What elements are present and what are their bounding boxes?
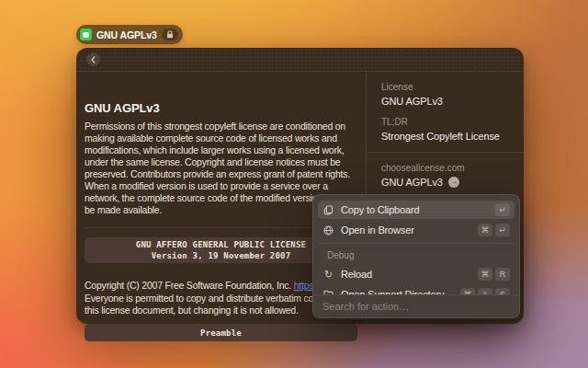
site-link[interactable]: GNU AGPLv3 → (381, 177, 524, 188)
license-heading-line2: Version 3, 19 November 2007 (152, 250, 291, 261)
action-menu-list: Copy to Clipboard ↵ Open in Browser ⌘ ↵ … (313, 195, 519, 304)
action-search-bar (313, 294, 519, 317)
preamble-heading-block: Preamble (85, 324, 357, 341)
key-cmd: ⌘ (478, 224, 492, 236)
sidebar-divider (367, 152, 524, 153)
tldr-label: TL;DR (381, 117, 524, 127)
menu-item-reload[interactable]: ↻ Reload ⌘ R (318, 265, 514, 283)
key-r: R (495, 268, 510, 281)
menu-item-label: Reload (341, 269, 471, 280)
action-menu: Copy to Clipboard ↵ Open in Browser ⌘ ↵ … (312, 194, 520, 318)
menu-item-copy-to-clipboard[interactable]: Copy to Clipboard ↵ (318, 201, 514, 219)
desktop-background: { "tab": { "app_label": "GNU AGPLv3" }, … (0, 0, 588, 368)
copyright-line3: this license document, but changing it i… (85, 305, 349, 317)
clipboard-icon (322, 205, 334, 215)
menu-item-label: Copy to Clipboard (341, 204, 489, 215)
menu-section-debug: Debug (318, 247, 514, 265)
key-cmd: ⌘ (478, 268, 492, 281)
page-title: GNU AGPLv3 (85, 101, 160, 115)
site-label: choosealicense.com (381, 163, 524, 173)
license-heading-line1: GNU AFFERO GENERAL PUBLIC LICENSE (136, 239, 306, 250)
preamble-label: Preamble (200, 328, 242, 338)
back-button[interactable] (86, 52, 100, 66)
license-value: GNU AGPLv3 (381, 96, 524, 107)
copyright-text: Copyright (C) 2007 Free Software Foundat… (85, 280, 349, 317)
app-tab[interactable]: GNU AGPLv3 (76, 25, 183, 44)
lock-icon (166, 30, 174, 39)
chevron-left-icon (90, 56, 96, 63)
app-tab-label: GNU AGPLv3 (96, 29, 157, 40)
app-icon (80, 29, 92, 40)
window-header (76, 48, 524, 72)
globe-icon (322, 225, 334, 236)
copyright-line2: Everyone is permitted to copy and distri… (85, 293, 349, 305)
menu-divider (318, 243, 514, 244)
arrow-right-circle-icon: → (448, 177, 459, 188)
reload-icon: ↻ (322, 270, 334, 280)
action-search-input[interactable] (313, 301, 519, 312)
menu-item-label: Open in Browser (341, 224, 471, 236)
copyright-line1: Copyright (C) 2007 Free Software Foundat… (85, 280, 349, 293)
lock-badge (162, 29, 178, 40)
tldr-value: Strongest Copyleft License (381, 131, 524, 142)
license-label: License (381, 82, 524, 92)
menu-item-open-in-browser[interactable]: Open in Browser ⌘ ↵ (318, 221, 514, 239)
key-return: ↵ (495, 203, 510, 216)
key-return: ↵ (495, 224, 510, 236)
